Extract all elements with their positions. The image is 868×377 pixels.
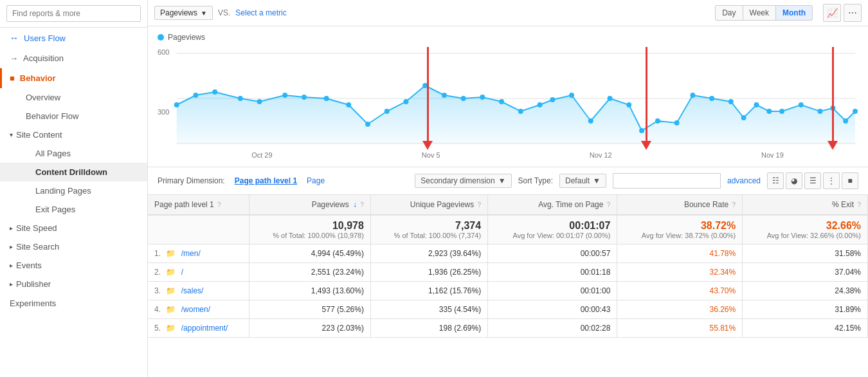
data-table: Page path level 1 ? Pageviews ↓ ? Unique…	[148, 195, 868, 338]
pageviews-legend-dot	[158, 34, 164, 41]
col-unique-help: ?	[478, 201, 482, 208]
row-exit: 31.58%	[743, 244, 868, 263]
col-avg-time[interactable]: Avg. Time on Page ?	[488, 195, 617, 215]
vs-label: VS.	[218, 8, 230, 17]
week-button[interactable]: Week	[743, 6, 776, 20]
sidebar-item-behavior[interactable]: ■ Behavior	[0, 68, 147, 88]
row-num: 3.	[154, 286, 161, 295]
sidebar-item-all-pages[interactable]: All Pages	[0, 144, 147, 163]
page-link[interactable]: /women/	[181, 305, 210, 314]
totals-unique: 7,374 % of Total: 100.00% (7,374)	[370, 215, 487, 244]
select-metric-link[interactable]: Select a metric	[235, 8, 286, 17]
svg-point-35	[754, 102, 759, 107]
totals-label	[148, 215, 249, 244]
col-unique-pageviews[interactable]: Unique Pageviews ?	[370, 195, 487, 215]
list-view-icon[interactable]: ☰	[804, 172, 821, 189]
row-page-cell: 4. 📁 /women/	[148, 300, 249, 319]
secondary-dimension-button[interactable]: Secondary dimension ▼	[415, 174, 511, 188]
totals-exit: 32.66% Avg for View: 32.66% (0.00%)	[743, 215, 868, 244]
row-avg-time: 00:00:57	[488, 244, 617, 263]
sidebar-item-users-flow[interactable]: ↔ Users Flow	[0, 28, 147, 48]
sidebar-item-exit-pages[interactable]: Exit Pages	[0, 200, 147, 219]
sec-dim-arrow: ▼	[498, 176, 506, 185]
sidebar-item-behavior-flow[interactable]: Behavior Flow	[0, 107, 147, 125]
svg-point-4	[174, 102, 179, 107]
svg-point-24	[569, 93, 574, 98]
sidebar-nav: ↔ Users Flow → Acquisition ■ Behavior Ov…	[0, 28, 147, 377]
table-row: 1. 📁 /men/ 4,994 (45.49%) 2,923 (39.64%)…	[148, 244, 868, 263]
sidebar-item-landing-pages[interactable]: Landing Pages	[0, 181, 147, 200]
svg-point-10	[302, 95, 307, 100]
svg-point-11	[324, 96, 329, 101]
row-avg-time: 00:01:00	[488, 282, 617, 300]
scatter-chart-icon[interactable]: ⋯	[844, 4, 862, 22]
svg-point-28	[639, 128, 644, 133]
col-exit-help: ?	[857, 201, 861, 208]
row-avg-time: 00:00:43	[488, 300, 617, 319]
dim-page-path-link[interactable]: Page path level 1	[235, 176, 297, 185]
row-num: 2.	[154, 268, 161, 277]
advanced-link[interactable]: advanced	[727, 176, 761, 185]
chevron-right-icon4: ▸	[10, 280, 13, 288]
month-button[interactable]: Month	[776, 6, 812, 20]
x-label-nov5: Nov 5	[422, 151, 440, 159]
row-pageviews: 223 (2.03%)	[249, 319, 370, 338]
table-controls: Primary Dimension: Page path level 1 Pag…	[148, 167, 868, 195]
row-page-cell: 1. 📁 /men/	[148, 244, 249, 263]
col-page-path-help: ?	[217, 201, 221, 208]
sidebar: ↔ Users Flow → Acquisition ■ Behavior Ov…	[0, 0, 148, 377]
page-link[interactable]: /men/	[181, 249, 201, 258]
col-page-path[interactable]: Page path level 1 ?	[148, 195, 249, 215]
sidebar-item-overview[interactable]: Overview	[0, 88, 147, 107]
pie-view-icon[interactable]: ◕	[786, 172, 802, 189]
dim-page-link[interactable]: Page	[307, 176, 325, 185]
sidebar-item-acquisition[interactable]: → Acquisition	[0, 48, 147, 68]
row-unique: 1,936 (26.25%)	[370, 263, 487, 282]
search-input[interactable]	[6, 5, 141, 22]
top-toolbar: Pageviews ▼ VS. Select a metric Day Week…	[148, 0, 868, 26]
sidebar-item-site-content[interactable]: ▾ Site Content	[0, 125, 147, 144]
chevron-right-icon3: ▸	[10, 262, 13, 269]
sidebar-item-site-speed[interactable]: ▸ Site Speed	[0, 219, 147, 237]
day-button[interactable]: Day	[716, 6, 743, 20]
row-page-cell: 2. 📁 /	[148, 263, 249, 282]
grid-view-icon[interactable]: ☷	[767, 172, 784, 189]
row-num: 4.	[154, 305, 161, 314]
col-bounce-rate[interactable]: Bounce Rate ?	[617, 195, 743, 215]
page-link[interactable]: /sales/	[181, 286, 204, 295]
row-unique: 1,162 (15.76%)	[370, 282, 487, 300]
page-link[interactable]: /	[181, 268, 183, 277]
compare-view-icon[interactable]: ⋮	[823, 172, 840, 189]
pivot-view-icon[interactable]: ■	[842, 172, 858, 189]
svg-point-40	[830, 106, 835, 111]
svg-point-6	[212, 89, 217, 95]
sidebar-search-container	[0, 0, 147, 28]
folder-icon: 📁	[166, 324, 176, 333]
sidebar-item-publisher[interactable]: ▸ Publisher	[0, 275, 147, 293]
metric-dropdown[interactable]: Pageviews ▼	[154, 6, 213, 20]
sidebar-item-content-drilldown[interactable]: Content Drilldown	[0, 163, 147, 181]
col-exit[interactable]: % Exit ?	[743, 195, 868, 215]
svg-point-16	[422, 83, 428, 88]
svg-point-27	[626, 102, 631, 107]
sort-dropdown[interactable]: Default ▼	[559, 174, 606, 188]
table-row: 4. 📁 /women/ 577 (5.26%) 335 (4.54%) 00:…	[148, 300, 868, 319]
page-link[interactable]: /appointment/	[181, 324, 228, 333]
svg-point-13	[365, 122, 370, 127]
totals-bounce: 38.72% Avg for View: 38.72% (0.00%)	[617, 215, 743, 244]
sidebar-item-experiments[interactable]: Experiments	[0, 293, 147, 313]
svg-point-17	[442, 93, 447, 98]
svg-point-9	[282, 93, 287, 98]
col-pageviews[interactable]: Pageviews ↓ ?	[249, 195, 370, 215]
sidebar-item-events[interactable]: ▸ Events	[0, 256, 147, 275]
folder-icon: 📁	[166, 305, 176, 314]
sidebar-item-site-search[interactable]: ▸ Site Search	[0, 237, 147, 256]
svg-marker-3	[177, 86, 855, 143]
row-page-cell: 3. 📁 /sales/	[148, 282, 249, 300]
x-label-oct29: Oct 29	[251, 151, 272, 159]
svg-point-15	[403, 99, 408, 104]
svg-point-33	[728, 99, 734, 104]
line-chart-icon[interactable]: 📈	[823, 4, 841, 22]
table-search-input[interactable]	[613, 173, 721, 188]
col-avg-time-help: ?	[607, 201, 611, 208]
